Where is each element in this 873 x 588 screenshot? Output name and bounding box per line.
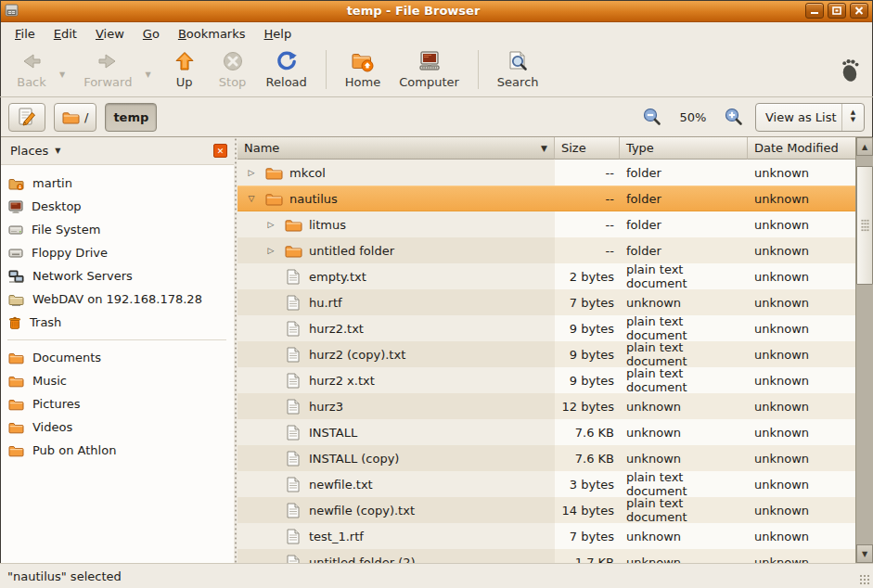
scroll-down-button[interactable]: ▼ — [856, 544, 873, 563]
column-header-type[interactable]: Type — [620, 137, 748, 160]
folder-icon — [8, 398, 24, 411]
sidebar-item-file-system[interactable]: File System — [0, 218, 234, 241]
edit-location-icon — [17, 107, 37, 127]
table-row[interactable]: empty.txt 2 bytes plain text document un… — [238, 263, 855, 289]
expander-icon[interactable]: ▽ — [245, 194, 258, 203]
sidebar-item-videos[interactable]: Videos — [0, 415, 234, 439]
table-row[interactable]: hu.rtf 7 bytes unknown unknown — [238, 289, 855, 315]
forward-dropdown[interactable]: ▼ — [141, 70, 154, 79]
vertical-scrollbar[interactable]: ▲ ▼ — [855, 137, 873, 563]
table-row[interactable]: untitled folder (2) 1.7 KB unknown unkno… — [238, 549, 855, 563]
expander-icon[interactable]: ▷ — [245, 168, 258, 177]
menu-view[interactable]: View — [86, 24, 134, 44]
table-row[interactable]: newfile (copy).txt 14 bytes plain text d… — [238, 497, 855, 523]
back-dropdown[interactable]: ▼ — [56, 70, 69, 79]
table-row[interactable]: INSTALL (copy) 7.6 KB unknown unknown — [238, 445, 855, 471]
file-size: 12 bytes — [555, 393, 620, 419]
menu-go[interactable]: Go — [134, 24, 169, 44]
file-type: plain text document — [620, 471, 748, 497]
sidebar-item-pictures[interactable]: Pictures — [0, 392, 234, 415]
file-name: nautilus — [289, 192, 338, 206]
maximize-button[interactable] — [828, 3, 846, 19]
edit-location-button[interactable] — [8, 103, 45, 132]
text-file-icon — [284, 347, 302, 363]
table-row[interactable]: ▷litmus -- folder unknown — [238, 211, 855, 237]
sidebar-item-desktop[interactable]: Desktop — [0, 195, 234, 218]
table-row[interactable]: INSTALL 7.6 KB unknown unknown — [238, 419, 855, 445]
table-row[interactable]: newfile.txt 3 bytes plain text document … — [238, 471, 855, 497]
table-row[interactable]: hurz2.txt 9 bytes plain text document un… — [238, 315, 855, 341]
table-row-selected[interactable]: ▽nautilus -- folder unknown — [238, 185, 855, 211]
titlebar[interactable]: temp - File Browser — [0, 0, 873, 22]
scrollbar-thumb[interactable] — [856, 166, 873, 285]
text-file-icon — [284, 503, 302, 518]
file-name: hurz3 — [309, 400, 343, 414]
root-path-button[interactable]: / — [54, 103, 96, 132]
file-name: hurz2.txt — [309, 322, 364, 336]
sidebar-item-floppy-drive[interactable]: Floppy Drive — [0, 241, 234, 264]
home-folder-icon — [8, 177, 24, 190]
back-arrow-icon — [20, 50, 43, 72]
menu-edit[interactable]: Edit — [45, 24, 86, 44]
view-mode-selector[interactable]: View as List ▲▼ — [755, 103, 865, 132]
table-row[interactable]: hurz2 (copy).txt 9 bytes plain text docu… — [238, 341, 855, 367]
scroll-up-button[interactable]: ▲ — [856, 137, 873, 156]
expander-icon[interactable]: ▷ — [264, 220, 277, 229]
file-list: Name ▼ Size Type Date Modified ▷mkcol --… — [238, 137, 873, 563]
expander-icon[interactable]: ▷ — [264, 246, 277, 255]
places-selector[interactable]: Places ▼ — [6, 142, 65, 160]
search-button[interactable]: Search — [488, 47, 548, 92]
maximize-icon — [832, 6, 841, 15]
computer-button[interactable]: Computer — [390, 47, 469, 92]
sidebar-item-documents[interactable]: Documents — [0, 346, 234, 369]
table-row[interactable]: hurz3 12 bytes unknown unknown — [238, 393, 855, 419]
spin-arrows-icon: ▲▼ — [841, 104, 864, 131]
menu-file[interactable]: File — [6, 24, 45, 44]
file-name: hurz2 x.txt — [309, 374, 375, 388]
file-size: 9 bytes — [555, 315, 620, 341]
reload-button[interactable]: Reload — [257, 47, 316, 92]
file-name: untitled folder (2) — [309, 556, 416, 564]
home-button[interactable]: Home — [336, 47, 390, 92]
column-header-size[interactable]: Size — [555, 137, 620, 160]
sidebar-item-music[interactable]: Music — [0, 369, 234, 392]
menu-bookmarks[interactable]: Bookmarks — [169, 24, 255, 44]
sidebar-item-martin[interactable]: martin — [0, 172, 234, 195]
table-row[interactable]: ▷untitled folder -- folder unknown — [238, 237, 855, 263]
text-file-icon — [284, 295, 302, 311]
forward-button[interactable]: Forward — [74, 47, 141, 92]
table-row[interactable]: hurz2 x.txt 9 bytes plain text document … — [238, 367, 855, 393]
zoom-out-button[interactable] — [640, 105, 664, 129]
minimize-button[interactable] — [805, 3, 824, 19]
file-name: newfile (copy).txt — [309, 504, 415, 518]
file-size: 14 bytes — [555, 497, 620, 523]
file-name: INSTALL — [309, 426, 357, 440]
toolbar-separator — [478, 50, 479, 89]
file-size: 9 bytes — [555, 367, 620, 393]
sidebar-item-network-servers[interactable]: Network Servers — [0, 264, 234, 288]
sidebar-item-pub-on-athlon[interactable]: Pub on Athlon — [0, 439, 234, 462]
zoom-in-button[interactable] — [722, 105, 746, 129]
file-size: 7 bytes — [555, 523, 620, 549]
current-path-button[interactable]: temp — [105, 103, 157, 132]
file-date: unknown — [748, 211, 855, 237]
text-file-icon — [284, 399, 302, 415]
stop-button[interactable]: Stop — [209, 47, 257, 92]
file-size: -- — [555, 160, 620, 185]
column-header-date-modified[interactable]: Date Modified — [748, 137, 873, 160]
close-button[interactable] — [850, 3, 868, 19]
resize-grip[interactable] — [859, 574, 870, 585]
sidebar-close-button[interactable]: ✕ — [213, 144, 227, 158]
file-size: 7.6 KB — [555, 419, 620, 445]
file-type: folder — [620, 160, 748, 185]
file-size: -- — [555, 185, 620, 211]
sidebar-item-webdav[interactable]: WebDAV on 192.168.178.28 — [0, 288, 234, 311]
sidebar-item-trash[interactable]: Trash — [0, 311, 234, 334]
column-header-name[interactable]: Name ▼ — [238, 137, 555, 160]
up-button[interactable]: Up — [160, 47, 209, 92]
table-row[interactable]: test_1.rtf 7 bytes unknown unknown — [238, 523, 855, 549]
back-button[interactable]: Back — [7, 47, 56, 92]
table-row[interactable]: ▷mkcol -- folder unknown — [238, 160, 855, 185]
menu-help[interactable]: Help — [255, 24, 302, 44]
text-file-icon — [284, 373, 302, 389]
